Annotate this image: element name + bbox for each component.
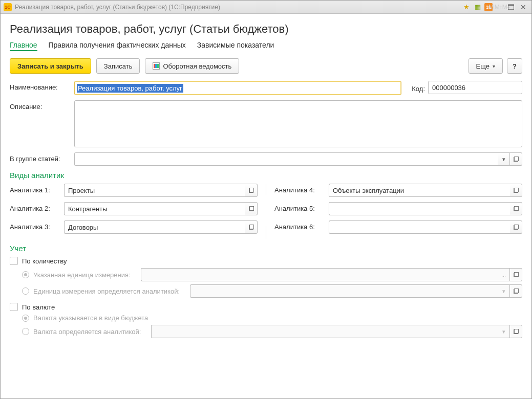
by-quantity-row: По количеству — [10, 257, 522, 265]
analytic3-open-button[interactable] — [245, 220, 258, 234]
accounting-section-title: Учет — [10, 244, 522, 253]
unit-analytic-dropdown-button[interactable]: ▾ — [498, 284, 510, 298]
analytic2-input[interactable] — [64, 202, 245, 215]
analytics-col-right: Аналитика 4: Аналитика 5: Аналитика 6: — [274, 184, 522, 239]
tab-rules[interactable]: Правила получения фактических данных — [49, 40, 186, 51]
by-currency-checkbox[interactable] — [10, 303, 18, 311]
analytic6-combo — [329, 220, 522, 234]
analytic6-label: Аналитика 6: — [274, 220, 325, 231]
group-label: В группе статей: — [10, 152, 70, 163]
unit-specified-ellipsis-button[interactable]: ... — [498, 268, 510, 281]
tab-main[interactable]: Главное — [10, 40, 37, 51]
open-icon — [514, 329, 519, 334]
turnover-report-label: Оборотная ведомость — [163, 62, 231, 70]
description-input[interactable] — [74, 100, 522, 147]
description-field — [74, 100, 522, 147]
help-button[interactable]: ? — [507, 58, 522, 74]
application-window: 1C Реализация товаров, работ, услуг (Ста… — [0, 0, 532, 399]
unit-specified-input[interactable] — [141, 268, 498, 281]
quantity-sub: Указанная единица измерения: ... Единица… — [22, 268, 522, 298]
currency-analytic-input[interactable] — [151, 325, 498, 338]
tabs: Главное Правила получения фактических да… — [10, 40, 522, 51]
name-label: Наименование: — [10, 81, 70, 91]
tab-dependent[interactable]: Зависимые показатели — [197, 40, 274, 51]
group-combo: ▾ — [74, 152, 522, 166]
unit-specified-label: Указанная единица измерения: — [33, 271, 131, 279]
analytic4-input[interactable] — [329, 184, 510, 197]
analytics-columns: Аналитика 1: Аналитика 2: Аналитика 3: — [10, 184, 522, 239]
save-and-close-button[interactable]: Записать и закрыть — [10, 58, 91, 74]
code-input[interactable] — [428, 81, 522, 94]
name-input[interactable]: Реализация товаров, работ, услуг — [77, 84, 183, 93]
unit-specified-open-button[interactable] — [510, 268, 522, 281]
unit-specified-radio[interactable] — [22, 271, 29, 278]
chart-icon — [153, 62, 160, 70]
row-analytic5: Аналитика 5: — [274, 202, 522, 215]
analytic5-open-button[interactable] — [510, 202, 522, 215]
currency-analytic-field: ▾ — [151, 325, 522, 338]
save-button[interactable]: Записать — [96, 58, 140, 74]
currency-budget-radio[interactable] — [22, 315, 29, 322]
analytic4-combo — [329, 184, 522, 197]
analytic2-open-button[interactable] — [245, 202, 258, 215]
open-icon — [249, 225, 254, 230]
window-title: Реализация товаров, работ, услуг (Статьи… — [15, 4, 462, 11]
analytic3-combo — [64, 220, 258, 234]
analytic4-open-button[interactable] — [510, 184, 522, 197]
turnover-report-button[interactable]: Оборотная ведомость — [145, 58, 239, 74]
unit-analytic-radio[interactable] — [22, 287, 29, 295]
open-icon — [249, 206, 254, 211]
analytics-divider — [266, 184, 266, 239]
currency-analytic-label: Валюта определяется аналитикой: — [33, 328, 141, 336]
group-input[interactable] — [74, 152, 498, 166]
analytic1-input[interactable] — [64, 184, 245, 197]
analytics-col-left: Аналитика 1: Аналитика 2: Аналитика 3: — [10, 184, 258, 239]
row-description: Описание: — [10, 100, 522, 147]
unit-analytic-row: Единица измерения определяется аналитико… — [22, 284, 522, 298]
analytic1-open-button[interactable] — [245, 184, 258, 197]
row-analytic6: Аналитика 6: — [274, 220, 522, 234]
maximize-button[interactable]: 🗖 — [506, 3, 516, 12]
analytic3-input[interactable] — [64, 220, 245, 234]
close-button[interactable]: ✕ — [518, 3, 528, 12]
name-field-wrap[interactable]: Реализация товаров, работ, услуг — [74, 81, 401, 95]
by-currency-row: По валюте — [10, 303, 522, 311]
analytics-section-title: Виды аналитик — [10, 171, 522, 180]
titlebar-icons: ★ ▦ 31 M M+M− 🗖 ✕ — [462, 3, 528, 12]
row-name: Наименование: Реализация товаров, работ,… — [10, 81, 522, 95]
unit-analytic-label: Единица измерения определяется аналитико… — [33, 287, 180, 295]
analytic6-input[interactable] — [329, 220, 510, 234]
currency-analytic-row: Валюта определяется аналитикой: ▾ — [22, 325, 522, 338]
analytic5-label: Аналитика 5: — [274, 202, 325, 212]
unit-specified-field: ... — [141, 268, 522, 281]
currency-analytic-dropdown-button[interactable]: ▾ — [498, 325, 510, 338]
row-group: В группе статей: ▾ — [10, 152, 522, 166]
analytic6-open-button[interactable] — [510, 220, 522, 234]
currency-sub: Валюта указывается в виде бюджета Валюта… — [22, 314, 522, 338]
row-analytic4: Аналитика 4: — [274, 184, 522, 197]
by-quantity-checkbox[interactable] — [10, 257, 18, 265]
open-icon — [514, 225, 519, 230]
toolbar: Записать и закрыть Записать Оборотная ве… — [10, 58, 522, 74]
favorites-icon[interactable]: ★ — [462, 3, 471, 12]
group-open-button[interactable] — [510, 152, 522, 166]
unit-analytic-input[interactable] — [190, 284, 498, 298]
analytic5-combo — [329, 202, 522, 215]
unit-specified-row: Указанная единица измерения: ... — [22, 268, 522, 281]
more-button[interactable]: Еще — [469, 58, 503, 74]
titlebar: 1C Реализация товаров, работ, услуг (Ста… — [1, 1, 531, 14]
group-dropdown-button[interactable]: ▾ — [498, 152, 510, 166]
analytic5-input[interactable] — [329, 202, 510, 215]
analytic1-combo — [64, 184, 258, 197]
calculator-icon[interactable]: ▦ — [473, 3, 482, 12]
unit-analytic-combo: ▾ — [190, 284, 522, 298]
unit-analytic-open-button[interactable] — [510, 284, 522, 298]
currency-analytic-open-button[interactable] — [510, 325, 522, 338]
currency-analytic-radio[interactable] — [22, 328, 29, 335]
by-currency-label: По валюте — [22, 303, 55, 311]
unit-analytic-field: ▾ — [190, 284, 522, 298]
open-icon — [514, 206, 519, 211]
by-quantity-label: По количеству — [22, 257, 67, 265]
page-title: Реализация товаров, работ, услуг (Статьи… — [10, 23, 522, 36]
open-icon — [514, 188, 519, 193]
